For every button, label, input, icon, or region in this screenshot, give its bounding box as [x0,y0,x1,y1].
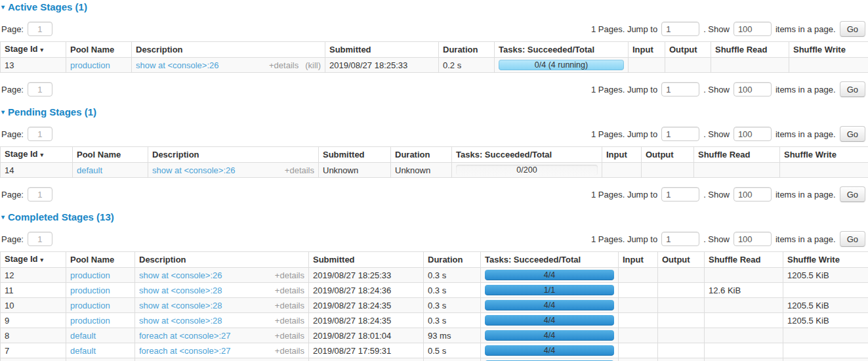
col-header-description[interactable]: Description [132,42,325,58]
details-toggle-link[interactable]: +details [285,165,314,175]
col-header-label: Input [623,255,644,265]
items-per-page-input[interactable] [734,232,772,246]
col-header-submitted[interactable]: Submitted [319,147,391,163]
details-toggle-link[interactable]: +details [275,316,304,326]
details-toggle-link[interactable]: +details [275,301,304,310]
col-header-output[interactable]: Output [642,147,694,163]
col-header-submitted[interactable]: Submitted [325,42,439,58]
pool-link[interactable]: default [70,346,96,356]
page-number-input[interactable] [28,82,52,96]
items-per-page-input[interactable] [734,82,772,96]
output-cell [658,283,705,298]
col-header-input[interactable]: Input [619,252,658,268]
pool-link[interactable]: default [77,165,102,175]
col-header-description[interactable]: Description [135,252,309,268]
col-header-output[interactable]: Output [658,252,705,268]
completed-stages-section: ▾ Completed Stages (13) Page: 1 Pages. J… [0,211,868,361]
stage-description-link[interactable]: show at <console>:28 [139,301,222,310]
col-header-submitted[interactable]: Submitted [309,252,424,268]
col-header-description[interactable]: Description [148,147,319,163]
duration-cell: 64 ms [424,358,481,361]
details-toggle-link[interactable]: +details [275,346,304,356]
col-header-output[interactable]: Output [665,42,711,58]
duration-cell: Unknown [391,163,452,178]
pool-link[interactable]: production [70,270,110,280]
tasks-cell: 4/4 [481,313,619,328]
pages-info-label: 1 Pages. Jump to [591,24,657,34]
page-number-input[interactable] [28,187,52,202]
col-header-pool-name[interactable]: Pool Name [73,147,148,163]
pool-link[interactable]: production [70,286,110,295]
col-header-duration[interactable]: Duration [439,42,495,58]
page-number-input[interactable] [28,127,52,141]
pending-stages-header[interactable]: ▾ Pending Stages (1) [1,106,868,117]
stage-description-link[interactable]: foreach at <console>:27 [139,331,231,341]
col-header-stage-id[interactable]: Stage Id▾ [1,147,73,163]
stage-row: 10production+detailsshow at <console>:28… [1,298,868,313]
col-header-duration[interactable]: Duration [391,147,452,163]
col-header-tasks-succeeded-total[interactable]: Tasks: Succeeded/Total [495,42,629,58]
details-toggle-link[interactable]: +details [275,286,304,295]
col-header-label: Tasks: Succeeded/Total [499,45,594,54]
description-actions: +details [275,316,304,326]
go-button[interactable]: Go [840,21,865,37]
col-header-pool-name[interactable]: Pool Name [66,252,135,268]
col-header-input[interactable]: Input [602,147,642,163]
jump-to-page-input[interactable] [661,187,699,202]
stage-description-link[interactable]: show at <console>:26 [136,60,218,70]
stage-description-link[interactable]: show at <console>:28 [139,316,222,326]
stage-description-link[interactable]: show at <console>:26 [139,270,222,280]
details-toggle-link[interactable]: +details [269,60,299,70]
jump-to-page-input[interactable] [661,82,699,96]
pool-link[interactable]: production [70,316,110,326]
pool-link[interactable]: production [70,301,110,310]
shuffle-write-cell [780,163,868,178]
jump-to-page-input[interactable] [661,127,699,141]
stage-description-link[interactable]: show at <console>:28 [139,286,222,295]
shuffle-write-cell [783,328,868,343]
col-header-shuffle-write[interactable]: Shuffle Write [789,42,868,58]
col-header-duration[interactable]: Duration [424,252,481,268]
go-button[interactable]: Go [840,186,865,202]
pool-link[interactable]: default [70,331,96,341]
completed-stages-header[interactable]: ▾ Completed Stages (13) [1,211,868,223]
active-stages-header[interactable]: ▾ Active Stages (1) [1,1,868,12]
pool-name-cell: production [66,268,135,283]
stage-id-cell: 13 [1,58,66,73]
jump-to-page-input[interactable] [661,22,699,36]
pool-name-cell: production [66,358,135,361]
col-header-shuffle-write[interactable]: Shuffle Write [783,252,868,268]
items-per-page-input[interactable] [734,22,772,36]
details-toggle-link[interactable]: +details [275,331,304,341]
stage-description-link[interactable]: foreach at <console>:27 [139,346,231,356]
page-number-input[interactable] [28,232,52,246]
go-button[interactable]: Go [840,126,865,142]
items-per-page-input[interactable] [734,127,772,141]
stage-description-link[interactable]: show at <console>:26 [152,165,235,175]
col-header-tasks-succeeded-total[interactable]: Tasks: Succeeded/Total [481,252,619,268]
task-progress-label: 1/1 [485,285,614,295]
col-header-label: Shuffle Read [709,255,760,265]
go-button[interactable]: Go [840,231,865,247]
col-header-shuffle-read[interactable]: Shuffle Read [694,147,780,163]
shuffle-write-cell [789,58,868,73]
col-header-pool-name[interactable]: Pool Name [66,42,132,58]
page-number-input[interactable] [28,22,52,36]
description-actions: +details [275,270,304,280]
col-header-input[interactable]: Input [629,42,665,58]
task-progress-bar: 4/4 [485,345,614,356]
pool-link[interactable]: production [70,60,110,70]
description-cell: +detailsforeach at <console>:27 [135,343,309,358]
col-header-stage-id[interactable]: Stage Id▾ [1,42,66,58]
col-header-shuffle-write[interactable]: Shuffle Write [780,147,868,163]
items-per-page-input[interactable] [734,187,772,202]
jump-to-page-input[interactable] [661,232,699,246]
submitted-cell: 2019/08/27 18:24:35 [309,313,424,328]
col-header-shuffle-read[interactable]: Shuffle Read [711,42,789,58]
col-header-stage-id[interactable]: Stage Id▾ [1,252,66,268]
col-header-tasks-succeeded-total[interactable]: Tasks: Succeeded/Total [452,147,602,163]
go-button[interactable]: Go [840,81,865,97]
kill-link[interactable]: (kill) [305,60,321,70]
col-header-shuffle-read[interactable]: Shuffle Read [705,252,783,268]
details-toggle-link[interactable]: +details [275,270,304,280]
